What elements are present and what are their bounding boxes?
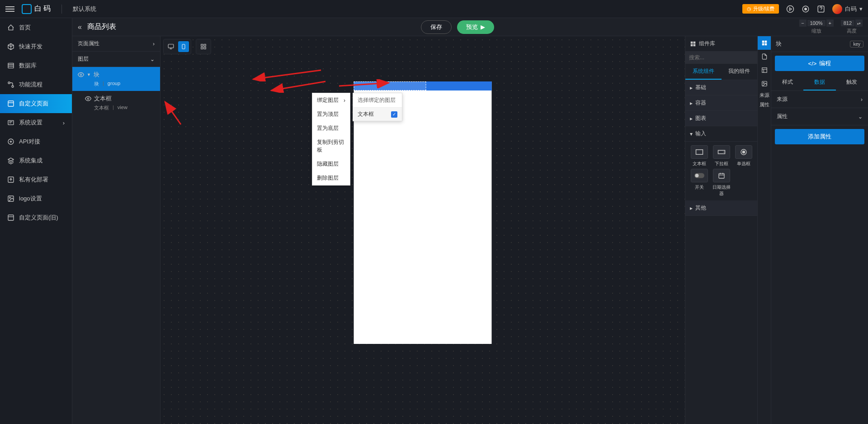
search-input[interactable] (685, 52, 760, 63)
chevron-right-icon: › (153, 41, 155, 47)
brand-text: 白 码 (34, 4, 51, 14)
sidebar-item-home[interactable]: 首页 (0, 18, 72, 37)
comp-dropdown[interactable]: 下拉框 (711, 145, 731, 167)
svg-rect-13 (8, 215, 14, 220)
tab-trigger[interactable]: 触发 (836, 75, 868, 91)
layer-item-text[interactable]: 文本框 文本框|view (72, 91, 160, 115)
system-name[interactable]: 默认系统 (73, 5, 96, 13)
props-tabs: 样式 数据 触发 (771, 75, 868, 91)
sidebar-item-logo[interactable]: logo设置 (0, 189, 72, 208)
canvas-text-selection[interactable] (354, 81, 426, 91)
props-source-row[interactable]: 来源› (771, 91, 868, 108)
desktop-button[interactable] (165, 41, 176, 52)
preview-button[interactable]: 预览▶ (457, 20, 494, 34)
ctx-delete[interactable]: 删除图层 (312, 171, 350, 185)
tool-layout[interactable] (758, 63, 771, 77)
ctx-to-bottom[interactable]: 置为底层 (312, 121, 350, 135)
user-menu[interactable]: 白码 ▾ (832, 4, 863, 14)
page-attr-row[interactable]: 页面属性› (72, 36, 160, 52)
chevron-right-icon: › (861, 96, 863, 103)
ctx-to-top[interactable]: 置为顶层 (312, 107, 350, 121)
comp-cat-other[interactable]: ▸其他 (685, 200, 757, 216)
comp-datepicker[interactable]: 日期选择器 (711, 169, 731, 197)
svg-rect-7 (8, 101, 14, 106)
grid-button[interactable] (198, 41, 209, 52)
svg-rect-39 (762, 41, 764, 43)
comp-cat-chart[interactable]: ▸图表 (685, 111, 757, 126)
sync-icon[interactable] (802, 5, 810, 13)
sidebar-item-settings[interactable]: 系统设置› (0, 113, 72, 132)
key-badge[interactable]: key (850, 41, 863, 48)
sidebar-item-integration[interactable]: 系统集成 (0, 151, 72, 170)
calendar-icon (718, 172, 725, 179)
tool-attr[interactable]: 属性 (758, 100, 771, 110)
radio-icon (740, 148, 747, 156)
annotation-arrow (251, 68, 323, 81)
comp-switch[interactable]: 开关 (689, 169, 709, 197)
comp-radio[interactable]: 单选框 (733, 145, 754, 167)
play-circle-icon[interactable] (786, 5, 794, 13)
chevron-right-icon: › (344, 97, 345, 104)
width-value[interactable]: 812 (841, 20, 854, 26)
layer-item-block[interactable]: ▼ 块 块|group (72, 67, 160, 91)
save-button[interactable]: 保存 (421, 20, 452, 34)
tool-source[interactable]: 来源 (758, 91, 771, 100)
comp-grid: 文本框 下拉框 单选框 开关 日期选择器 (685, 142, 757, 200)
zoom-label: 缩放 (811, 28, 821, 34)
sidebar-item-custompage-old[interactable]: 自定义页面(旧) (0, 208, 72, 227)
tool-doc[interactable] (758, 50, 771, 63)
ctx-copy[interactable]: 复制到剪切板 (312, 135, 350, 157)
tab-data[interactable]: 数据 (803, 75, 835, 91)
image-icon (761, 81, 768, 87)
canvas[interactable]: 绑定图层› 置为顶层 置为底层 复制到剪切板 隐藏图层 删除图层 选择绑定的图层… (160, 36, 685, 424)
back-icon[interactable]: « (78, 23, 82, 31)
comp-cat-container[interactable]: ▸容器 (685, 95, 757, 111)
eye-icon[interactable] (78, 71, 84, 78)
tab-system-comp[interactable]: 系统组件 (685, 64, 722, 80)
zoom-value[interactable]: 100% (807, 20, 826, 26)
component-panel: 组件库 系统组件 我的组件 ▸基础 ▸容器 ▸图表 ▾输入 文本框 下拉框 单选… (685, 36, 757, 424)
divider (61, 5, 62, 14)
sidebar-item-quickdev[interactable]: 快速开发 (0, 37, 72, 56)
width-stepper[interactable]: ▴▾ (855, 19, 863, 27)
props-attr-row[interactable]: 属性⌄ (771, 108, 868, 125)
textfield-icon (695, 149, 703, 155)
chevron-down-icon: ▾ (859, 5, 863, 12)
sidebar-item-deploy[interactable]: 私有化部署 (0, 170, 72, 189)
tab-style[interactable]: 样式 (771, 75, 803, 91)
comp-cat-input[interactable]: ▾输入 (685, 126, 757, 142)
sidebar-item-custompage[interactable]: 自定义页面 (0, 94, 72, 113)
help-icon[interactable] (817, 5, 825, 13)
submenu-item-text[interactable]: 文本框✓ (353, 108, 402, 121)
menu-icon[interactable] (5, 5, 14, 14)
tab-my-comp[interactable]: 我的组件 (722, 64, 758, 80)
ctx-hide[interactable]: 隐藏图层 (312, 157, 350, 171)
logo[interactable]: 白 码 (22, 4, 51, 14)
mobile-button[interactable] (178, 41, 189, 52)
home-icon (7, 24, 14, 31)
ctx-bind-layer[interactable]: 绑定图层› (312, 93, 350, 107)
comp-textfield[interactable]: 文本框 (689, 145, 709, 167)
comp-cat-basic[interactable]: ▸基础 (685, 80, 757, 95)
tool-grid[interactable] (758, 36, 771, 50)
page-icon (7, 100, 14, 107)
zoom-in-button[interactable]: + (826, 19, 834, 27)
upgrade-button[interactable]: ◷ 升级/续费 (742, 4, 779, 14)
svg-rect-20 (201, 47, 203, 49)
svg-point-45 (763, 82, 764, 83)
sidebar-item-flow[interactable]: 功能流程 (0, 75, 72, 94)
width-control: 812 ▴▾ 高度 (841, 19, 863, 34)
zoom-out-button[interactable]: − (799, 19, 807, 27)
tool-image[interactable] (758, 77, 771, 91)
page-old-icon (7, 214, 14, 221)
sidebar-item-api[interactable]: API对接 (0, 132, 72, 151)
switch-icon (694, 173, 704, 178)
add-property-button[interactable]: 添加属性 (775, 129, 864, 144)
sidebar-item-database[interactable]: 数据库 (0, 56, 72, 75)
caret-down-icon[interactable]: ▼ (87, 72, 91, 77)
layer-row[interactable]: 图层⌄ (72, 52, 160, 67)
eye-icon[interactable] (85, 95, 91, 102)
code-button[interactable]: </>编程 (775, 56, 864, 71)
layers-icon (7, 157, 14, 164)
canvas-block[interactable] (354, 81, 492, 91)
